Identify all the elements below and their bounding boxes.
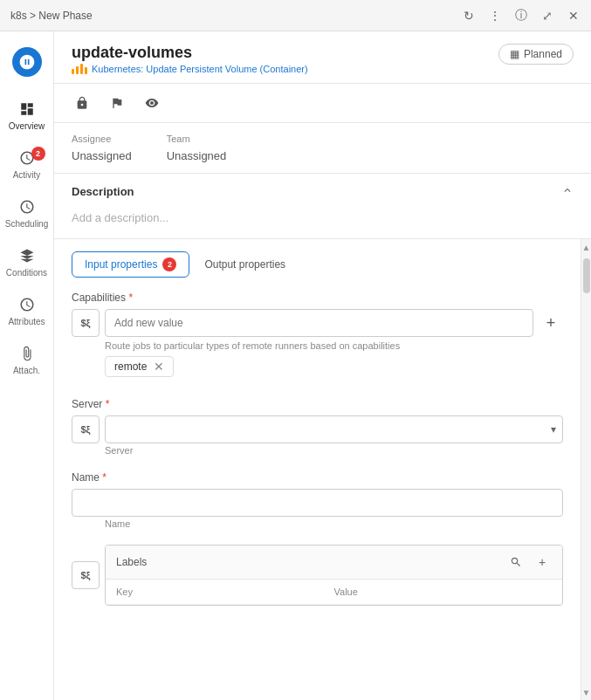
capabilities-tag-row: remote ✕ [72, 351, 563, 382]
title-bar: k8s > New Phase ↻ ⋮ ⓘ ⤢ ✕ [0, 0, 591, 31]
team-group: Team Unassigned [167, 134, 227, 162]
subtitle-bars-icon [72, 64, 87, 74]
tab-input-badge: 2 [162, 257, 176, 271]
sidebar-item-activity[interactable]: 2 Activity [3, 141, 51, 187]
properties-section: Input properties 2 Output properties Cap… [54, 239, 581, 700]
page-header-left: update-volumes Kubernetes: Update Persis… [72, 44, 308, 74]
labels-title: Labels [116, 556, 147, 568]
close-icon[interactable]: ✕ [567, 9, 581, 23]
capabilities-hint: Route jobs to particular types of remote… [72, 340, 563, 351]
tab-input-label: Input properties [85, 258, 157, 271]
description-header: Description [72, 184, 574, 199]
name-input[interactable] [72, 489, 563, 517]
labels-input-row: $ξ Labels + [72, 545, 563, 606]
page-subtitle: Kubernetes: Update Persistent Volume (Co… [72, 64, 308, 74]
activity-badge: 2 [31, 147, 45, 161]
labels-columns: Key Value [106, 580, 562, 605]
server-label: Server * [72, 398, 563, 410]
capabilities-label: Capabilities * [72, 292, 563, 304]
description-collapse-icon[interactable] [561, 184, 574, 199]
description-section: Description Add a description... [54, 174, 591, 239]
labels-actions: + [506, 552, 552, 572]
capabilities-tag: remote ✕ [105, 356, 174, 377]
capabilities-add-button[interactable]: + [539, 311, 563, 335]
subtitle-text: Kubernetes: Update Persistent Volume (Co… [92, 64, 308, 74]
labels-var-button[interactable]: $ξ [72, 561, 100, 589]
attributes-icon [18, 296, 36, 313]
capabilities-required: * [128, 292, 133, 304]
labels-key-column: Key [116, 587, 334, 597]
refresh-icon[interactable]: ↻ [462, 9, 476, 23]
search-icon[interactable] [506, 552, 526, 572]
tab-output-properties[interactable]: Output properties [191, 251, 299, 278]
conditions-icon [18, 247, 36, 264]
scroll-up-button[interactable]: ▲ [581, 239, 592, 255]
status-label: Planned [524, 48, 562, 60]
capabilities-tag-value: remote [114, 360, 147, 373]
description-placeholder[interactable]: Add a description... [72, 208, 574, 228]
eye-icon[interactable] [141, 93, 162, 113]
sidebar-item-label: Conditions [6, 268, 47, 278]
labels-header: Labels + [106, 546, 562, 580]
description-title: Description [72, 185, 134, 198]
labels-value-column: Value [334, 587, 553, 597]
scheduling-icon [18, 198, 36, 216]
server-field-group: Server * $ξ ▾ Server [72, 398, 563, 456]
name-label: Name * [72, 471, 563, 484]
name-field-group: Name * Name [72, 471, 563, 529]
status-badge-icon: ▦ [510, 48, 519, 60]
toolbar [54, 84, 591, 123]
name-hint: Name [72, 518, 563, 529]
assignee-value[interactable]: Unassigned [72, 149, 132, 162]
capabilities-var-button[interactable]: $ξ [72, 309, 100, 337]
sidebar-logo [3, 38, 51, 86]
page-title: update-volumes [72, 44, 308, 62]
capabilities-input-row: $ξ + [72, 309, 563, 337]
sidebar-item-attach[interactable]: Attach. [3, 337, 51, 382]
capabilities-input[interactable] [105, 309, 533, 337]
scrollbar[interactable]: ▲ ▼ [581, 239, 591, 700]
server-required: * [106, 398, 110, 410]
attach-icon [18, 345, 36, 362]
sidebar-item-label: Overview [9, 121, 45, 131]
server-var-button[interactable]: $ξ [72, 415, 100, 443]
assignee-label: Assignee [72, 134, 132, 144]
add-label-button[interactable]: + [533, 552, 552, 572]
scroll-thumb[interactable] [583, 258, 590, 293]
server-input-row: $ξ ▾ [72, 415, 563, 443]
lock-icon[interactable] [72, 93, 93, 113]
title-bar-actions: ↻ ⋮ ⓘ ⤢ ✕ [462, 9, 581, 23]
team-label: Team [167, 134, 227, 144]
scroll-down-button[interactable]: ▼ [581, 684, 592, 700]
server-select-wrapper: ▾ [105, 415, 563, 443]
assignee-group: Assignee Unassigned [72, 134, 132, 162]
sidebar-item-label: Scheduling [5, 219, 48, 229]
tab-input-properties[interactable]: Input properties 2 [72, 251, 189, 278]
sidebar-item-label: Attributes [8, 317, 45, 326]
sidebar-item-scheduling[interactable]: Scheduling [3, 190, 51, 236]
assignee-section: Assignee Unassigned Team Unassigned [54, 123, 591, 174]
sidebar: Overview 2 Activity Scheduling [0, 31, 54, 700]
info-icon[interactable]: ⓘ [514, 9, 528, 23]
main-content: update-volumes Kubernetes: Update Persis… [54, 31, 591, 700]
team-value[interactable]: Unassigned [167, 149, 227, 162]
sidebar-item-attributes[interactable]: Attributes [3, 288, 51, 333]
labels-field-group: $ξ Labels + [72, 545, 563, 606]
properties-area: Input properties 2 Output properties Cap… [54, 239, 591, 700]
sidebar-item-overview[interactable]: Overview [3, 93, 51, 138]
sidebar-item-conditions[interactable]: Conditions [3, 239, 51, 285]
status-badge[interactable]: ▦ Planned [498, 44, 574, 65]
labels-section: Labels + [105, 545, 563, 606]
expand-icon[interactable]: ⤢ [540, 9, 554, 23]
name-required: * [102, 471, 107, 484]
breadcrumb: k8s > New Phase [10, 10, 93, 22]
logo-icon [12, 47, 42, 77]
capabilities-tag-remove[interactable]: ✕ [154, 360, 164, 373]
server-select[interactable] [105, 415, 563, 443]
capabilities-field-group: Capabilities * $ξ + Route jobs to partic… [72, 292, 563, 382]
sidebar-item-label: Attach. [13, 366, 40, 375]
more-icon[interactable]: ⋮ [488, 9, 502, 23]
tab-output-label: Output properties [204, 258, 285, 271]
flag-icon[interactable] [107, 93, 127, 113]
app-layout: Overview 2 Activity Scheduling [0, 31, 591, 700]
